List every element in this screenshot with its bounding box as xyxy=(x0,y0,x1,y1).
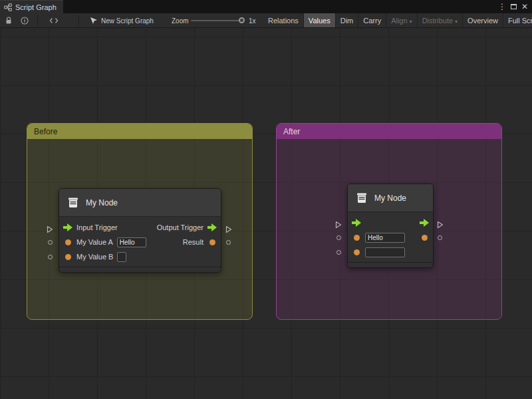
output-trigger-port[interactable] xyxy=(207,223,217,231)
external-result-port[interactable] xyxy=(226,240,231,245)
external-trigger-in-port[interactable] xyxy=(47,224,53,236)
code-toggle-icon[interactable] xyxy=(47,13,61,28)
graph-canvas[interactable]: Before After My Node xyxy=(0,28,532,399)
trigger-in-icon xyxy=(63,223,72,231)
my-node-before[interactable]: My Node Input Trigger Output Trigger xyxy=(59,188,221,273)
group-before-header[interactable]: Before xyxy=(27,124,252,139)
triangle-port-icon xyxy=(225,225,232,233)
values-button[interactable]: Values xyxy=(304,13,336,28)
lock-icon[interactable] xyxy=(1,13,16,28)
trigger-out-icon xyxy=(207,223,217,231)
my-value-a-label: My Value A xyxy=(76,238,113,246)
tab-title: Script Graph xyxy=(15,3,57,11)
window-controls: ⋮ ✕ xyxy=(498,0,531,13)
my-value-b-port[interactable] xyxy=(352,249,361,255)
node-footer xyxy=(59,267,221,272)
external-value-b-port[interactable] xyxy=(336,250,341,255)
node-ports: Input Trigger Output Trigger My Value A … xyxy=(59,217,221,272)
align-label: Align xyxy=(391,17,407,25)
trigger-out-icon xyxy=(420,219,429,227)
value-a-port-row: My Value A Result xyxy=(59,235,221,249)
zoom-slider[interactable] xyxy=(191,20,244,21)
maximize-box-glyph xyxy=(511,4,517,9)
distribute-label: Distribute xyxy=(422,17,453,25)
external-trigger-out-port[interactable] xyxy=(225,224,232,236)
fullscreen-button[interactable]: Full Scr xyxy=(503,13,532,28)
value-port-icon xyxy=(422,235,428,241)
node-title: My Node xyxy=(374,194,406,203)
node-header[interactable]: My Node xyxy=(59,189,221,217)
value-port-icon xyxy=(354,249,360,255)
result-label: Result xyxy=(183,238,203,246)
align-dropdown[interactable]: Align ▾ xyxy=(386,13,417,28)
graph-toolbar: New Script Graph Zoom 1x Relations Value… xyxy=(0,13,532,28)
value-a-port-row xyxy=(348,230,433,245)
trigger-port-row xyxy=(348,215,433,230)
my-value-b-input[interactable] xyxy=(365,247,405,257)
my-value-a-input[interactable] xyxy=(117,237,146,247)
value-port-icon xyxy=(209,239,215,245)
my-value-b-label: My Value B xyxy=(76,253,113,261)
result-port[interactable] xyxy=(420,235,429,241)
node-footer xyxy=(348,262,433,267)
carry-button[interactable]: Carry xyxy=(358,13,386,28)
node-ports xyxy=(348,212,433,267)
zoom-label: Zoom xyxy=(172,13,189,28)
dim-button[interactable]: Dim xyxy=(336,13,359,28)
group-before-title: Before xyxy=(34,127,57,136)
value-port-icon xyxy=(65,239,71,245)
zoom-value: 1x xyxy=(249,13,256,28)
triangle-port-icon xyxy=(437,221,444,229)
trigger-in-icon xyxy=(352,219,361,227)
external-value-a-port[interactable] xyxy=(48,240,53,245)
my-value-a-port[interactable] xyxy=(352,235,361,241)
toolbar-divider xyxy=(78,15,79,25)
maximize-icon[interactable] xyxy=(511,0,517,13)
distribute-dropdown[interactable]: Distribute ▾ xyxy=(418,13,463,28)
toolbar-divider xyxy=(37,15,38,25)
new-script-graph-icon xyxy=(86,13,101,28)
my-node-after[interactable]: My Node xyxy=(347,184,434,268)
my-node-icon xyxy=(66,196,80,209)
output-trigger-port[interactable] xyxy=(420,219,429,227)
external-trigger-in-port[interactable] xyxy=(335,219,342,231)
result-port[interactable] xyxy=(207,239,217,245)
overview-button[interactable]: Overview xyxy=(463,13,503,28)
trigger-port-row: Input Trigger Output Trigger xyxy=(59,220,221,235)
my-value-a-port[interactable] xyxy=(63,239,72,245)
my-value-b-input[interactable] xyxy=(117,252,126,262)
group-after-header[interactable]: After xyxy=(277,124,501,139)
tab-script-graph[interactable]: Script Graph xyxy=(0,0,63,13)
input-trigger-port[interactable] xyxy=(63,223,72,231)
value-b-port-row xyxy=(348,245,433,259)
chevron-down-icon: ▾ xyxy=(455,19,458,25)
output-trigger-label: Output Trigger xyxy=(157,223,203,231)
my-node-icon xyxy=(355,192,368,205)
triangle-port-icon xyxy=(47,225,53,233)
input-trigger-port[interactable] xyxy=(352,219,361,227)
my-value-b-port[interactable] xyxy=(63,254,72,260)
node-title: My Node xyxy=(86,198,118,207)
my-value-a-input[interactable] xyxy=(365,233,405,243)
zoom-slider-handle[interactable] xyxy=(239,17,245,23)
value-port-icon xyxy=(354,235,360,241)
node-header[interactable]: My Node xyxy=(348,184,433,212)
external-value-a-port[interactable] xyxy=(336,235,341,240)
value-port-icon xyxy=(65,254,71,260)
menu-icon[interactable]: ⋮ xyxy=(498,0,506,13)
external-result-port[interactable] xyxy=(438,235,442,240)
triangle-port-icon xyxy=(335,221,342,229)
group-after-title: After xyxy=(283,127,300,136)
tab-bar: Script Graph ⋮ ✕ xyxy=(0,0,532,13)
relations-button[interactable]: Relations xyxy=(263,13,304,28)
new-script-graph-label[interactable]: New Script Graph xyxy=(101,13,154,28)
toolbar-button-group: Relations Values Dim Carry Align ▾ Distr… xyxy=(263,13,532,28)
chevron-down-icon: ▾ xyxy=(410,19,412,25)
script-graph-icon xyxy=(4,3,12,11)
external-trigger-out-port[interactable] xyxy=(437,219,444,231)
close-icon[interactable]: ✕ xyxy=(521,0,528,13)
info-icon[interactable] xyxy=(17,13,32,28)
external-value-b-port[interactable] xyxy=(48,255,53,259)
value-b-port-row: My Value B xyxy=(59,249,221,264)
input-trigger-label: Input Trigger xyxy=(76,223,118,231)
